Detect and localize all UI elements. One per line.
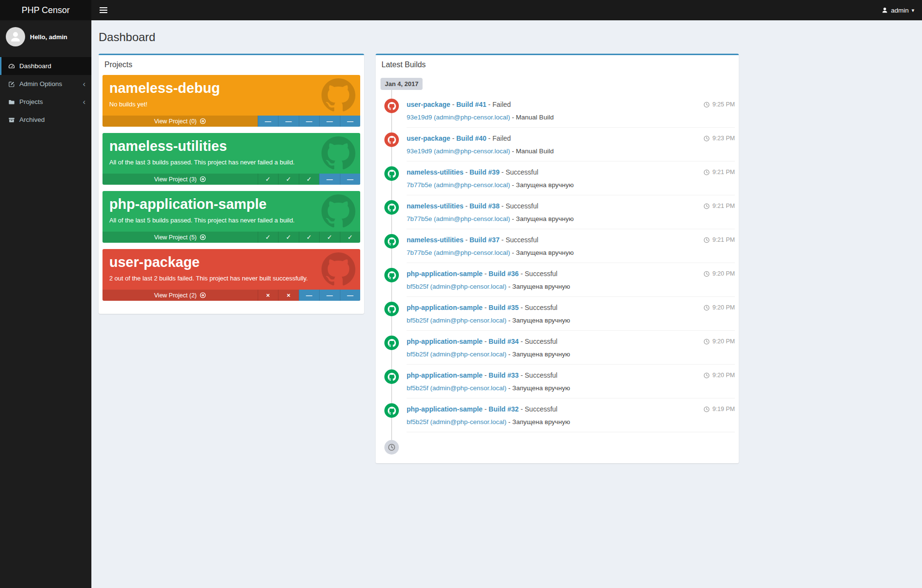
build-status-square-ok[interactable]: ✓ xyxy=(299,174,320,185)
sidebar-item-archived[interactable]: Archived xyxy=(0,111,91,129)
sidebar-item-label: Projects xyxy=(19,98,43,105)
app-logo[interactable]: PHP Censor xyxy=(0,0,91,20)
build-number-link[interactable]: Build #39 xyxy=(469,168,499,176)
builds-panel-title: Latest Builds xyxy=(376,55,739,73)
view-project-label: View Project (3) xyxy=(154,176,197,183)
github-source-icon xyxy=(384,132,399,147)
view-project-link[interactable]: View Project (0) xyxy=(102,116,258,127)
build-status-square-none[interactable]: — xyxy=(319,116,340,127)
build-status-square-ok[interactable]: ✓ xyxy=(340,232,361,243)
build-status-square-fail[interactable]: × xyxy=(258,290,278,301)
sidebar-item-projects[interactable]: Projects ‹ xyxy=(0,93,91,111)
commit-link[interactable]: 7b77b5e (admin@php-censor.local) xyxy=(407,249,510,256)
build-status-square-ok[interactable]: ✓ xyxy=(319,232,340,243)
build-time: 9:19 PM xyxy=(703,406,735,412)
separator: - xyxy=(483,304,488,311)
avatar xyxy=(6,27,25,46)
build-status-square-none[interactable]: — xyxy=(340,116,361,127)
view-project-link[interactable]: View Project (5) xyxy=(102,232,258,243)
commit-link[interactable]: 7b77b5e (admin@php-censor.local) xyxy=(407,181,510,189)
view-project-link[interactable]: View Project (3) xyxy=(102,174,258,185)
build-status-squares: ————— xyxy=(258,116,361,127)
topbar: PHP Censor admin ▾ xyxy=(0,0,922,20)
build-number-link[interactable]: Build #35 xyxy=(489,304,519,311)
build-status-square-none[interactable]: — xyxy=(319,290,340,301)
view-project-link[interactable]: View Project (2) xyxy=(102,290,258,301)
page-title: Dashboard xyxy=(99,30,915,44)
build-status-square-none[interactable]: — xyxy=(340,174,361,185)
build-status-square-ok[interactable]: ✓ xyxy=(278,174,299,185)
build-project-link[interactable]: php-application-sample xyxy=(407,304,483,311)
commit-link[interactable]: 93e19d9 (admin@php-censor.local) xyxy=(407,114,510,121)
build-status-square-none[interactable]: — xyxy=(299,290,320,301)
arrow-circle-right-icon xyxy=(200,234,206,240)
build-project-link[interactable]: user-package xyxy=(407,101,450,108)
commit-link[interactable]: bf5b25f (admin@php-censor.local) xyxy=(407,384,507,392)
clock-icon xyxy=(703,338,710,345)
commit-link[interactable]: 93e19d9 (admin@php-censor.local) xyxy=(407,147,510,155)
sidebar-item-dashboard[interactable]: Dashboard xyxy=(0,57,91,75)
commit-link[interactable]: bf5b25f (admin@php-censor.local) xyxy=(407,317,507,324)
build-number-link[interactable]: Build #34 xyxy=(489,338,519,345)
sidebar-toggle-button[interactable] xyxy=(91,0,116,20)
build-project-link[interactable]: php-application-sample xyxy=(407,270,483,278)
user-menu[interactable]: admin ▾ xyxy=(874,0,922,20)
build-number-link[interactable]: Build #40 xyxy=(456,134,486,142)
content-area: Dashboard Projects nameless-debug No bui… xyxy=(91,20,922,588)
build-project-link[interactable]: php-application-sample xyxy=(407,405,483,413)
sidebar-item-admin-options[interactable]: Admin Options ‹ xyxy=(0,75,91,93)
build-timeline-item: 9:23 PM user-package - Build #40 - Faile… xyxy=(380,132,735,162)
build-project-link[interactable]: nameless-utilities xyxy=(407,236,464,244)
commit-link[interactable]: bf5b25f (admin@php-censor.local) xyxy=(407,351,507,358)
build-project-link[interactable]: php-application-sample xyxy=(407,371,483,379)
build-status-square-none[interactable]: — xyxy=(319,174,340,185)
build-status: Successful xyxy=(506,236,539,244)
build-note: Запущена вручную xyxy=(516,181,574,189)
separator: - xyxy=(510,114,516,121)
github-source-icon xyxy=(384,200,399,215)
build-status-squares: ✓✓✓✓✓ xyxy=(258,232,361,243)
build-status-square-ok[interactable]: ✓ xyxy=(278,232,299,243)
build-number-link[interactable]: Build #38 xyxy=(469,202,499,210)
build-status-square-none[interactable]: — xyxy=(278,116,299,127)
build-status: Failed xyxy=(492,101,511,108)
build-number-link[interactable]: Build #37 xyxy=(469,236,499,244)
build-header: 9:21 PM nameless-utilities - Build #38 -… xyxy=(407,200,735,214)
build-status-square-ok[interactable]: ✓ xyxy=(258,174,278,185)
build-project-link[interactable]: nameless-utilities xyxy=(407,168,464,176)
build-project-link[interactable]: nameless-utilities xyxy=(407,202,464,210)
build-header: 9:19 PM php-application-sample - Build #… xyxy=(407,403,735,417)
project-card-footer: View Project (2) ××——— xyxy=(102,290,360,301)
github-source-icon xyxy=(384,369,399,384)
project-card-footer: View Project (0) ————— xyxy=(102,116,360,127)
build-number-link[interactable]: Build #41 xyxy=(456,101,486,108)
build-status-squares: ✓✓✓—— xyxy=(258,174,361,185)
person-icon xyxy=(9,30,22,43)
build-time-label: 9:21 PM xyxy=(712,236,735,243)
build-number-link[interactable]: Build #32 xyxy=(489,405,519,413)
build-project-link[interactable]: user-package xyxy=(407,134,450,142)
build-time: 9:25 PM xyxy=(703,101,735,108)
build-number-link[interactable]: Build #36 xyxy=(489,270,519,278)
build-timeline-item: 9:20 PM php-application-sample - Build #… xyxy=(380,268,735,297)
user-icon xyxy=(881,7,888,14)
build-body: bf5b25f (admin@php-censor.local) - Запущ… xyxy=(407,350,735,365)
build-project-link[interactable]: php-application-sample xyxy=(407,338,483,345)
commit-link[interactable]: 7b77b5e (admin@php-censor.local) xyxy=(407,215,510,222)
commit-link[interactable]: bf5b25f (admin@php-censor.local) xyxy=(407,418,507,426)
build-status-square-none[interactable]: — xyxy=(299,116,320,127)
build-status-square-ok[interactable]: ✓ xyxy=(258,232,278,243)
separator: - xyxy=(483,270,488,278)
sidebar-item-label: Admin Options xyxy=(19,80,62,88)
build-timeline-item: 9:20 PM php-application-sample - Build #… xyxy=(380,369,735,398)
builds-timeline: Jan 4, 2017 9:25 PM user-package - Build… xyxy=(380,77,735,455)
timeline-end-icon xyxy=(384,440,399,455)
build-status-square-none[interactable]: — xyxy=(340,290,361,301)
build-time: 9:20 PM xyxy=(703,338,735,345)
build-time: 9:21 PM xyxy=(703,203,735,209)
build-number-link[interactable]: Build #33 xyxy=(489,371,519,379)
build-status-square-ok[interactable]: ✓ xyxy=(299,232,320,243)
build-status-square-none[interactable]: — xyxy=(258,116,278,127)
build-status-square-fail[interactable]: × xyxy=(278,290,299,301)
commit-link[interactable]: bf5b25f (admin@php-censor.local) xyxy=(407,283,507,290)
